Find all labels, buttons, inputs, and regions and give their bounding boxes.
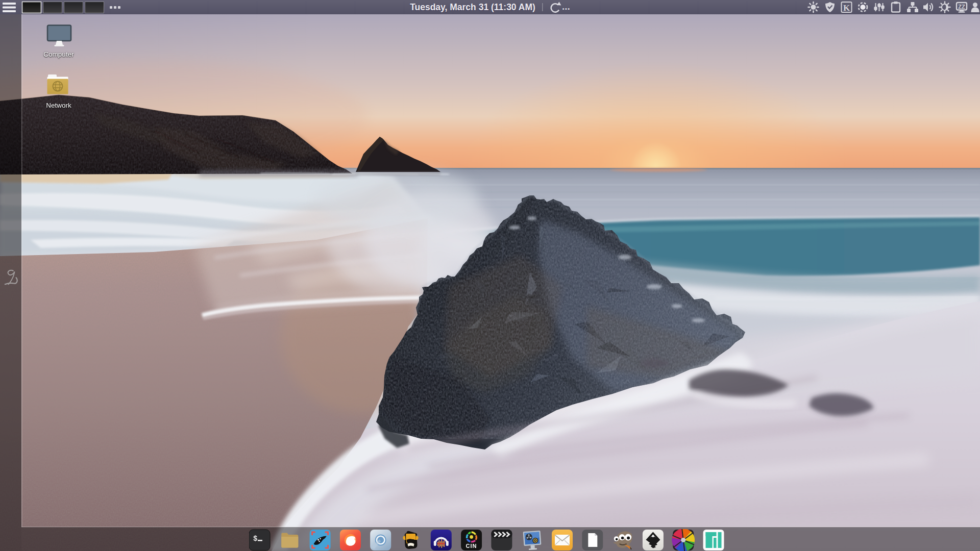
svg-text:$: $	[253, 535, 257, 543]
svg-text:K: K	[843, 3, 850, 13]
svg-text:...: ...	[562, 1, 570, 12]
svg-text:ZZ: ZZ	[958, 4, 965, 10]
svg-text:CIN: CIN	[466, 543, 477, 549]
